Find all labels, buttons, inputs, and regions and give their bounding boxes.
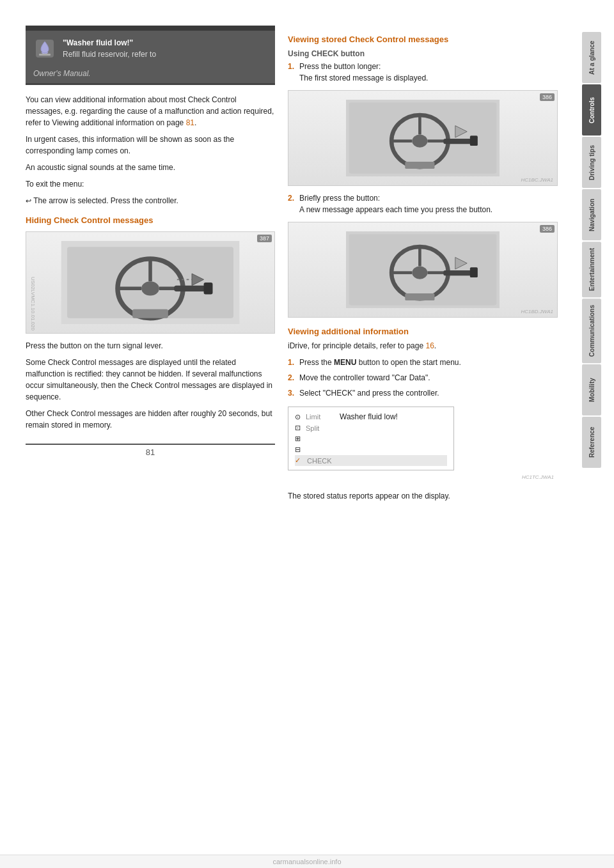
icon1: ⊞ bbox=[295, 435, 301, 443]
icon2: ⊟ bbox=[295, 446, 301, 454]
svg-rect-33 bbox=[470, 267, 478, 277]
limit-row: ⊙ Limit Washer fluid low! bbox=[295, 411, 447, 422]
footer-watermark: carmanualsonline.info bbox=[0, 855, 614, 868]
message-footer: Owner's Manual. bbox=[26, 66, 275, 83]
svg-point-5 bbox=[141, 281, 159, 295]
stored-text: The stored status reports appear on the … bbox=[288, 490, 558, 502]
some-messages-text: Some Check Control messages are displaye… bbox=[26, 357, 275, 403]
viewing-stored-heading: Viewing stored Check Control messages bbox=[288, 35, 558, 44]
svg-rect-22 bbox=[470, 136, 478, 146]
step-1: 1. Press the button longer: The first st… bbox=[288, 61, 558, 84]
press-button-text: Press the button on the turn signal leve… bbox=[26, 340, 275, 352]
step-2: 2. Briefly press the button: A new messa… bbox=[288, 192, 558, 215]
add-step2-content: Move the controller toward "Car Data". bbox=[299, 372, 430, 384]
add-step2-num: 2. bbox=[288, 372, 295, 384]
sidebar-tab-driving-tips[interactable]: Driving tips bbox=[582, 137, 601, 188]
svg-rect-10 bbox=[204, 283, 213, 295]
main-content: "Washer fluid low!" Refill fluid reservo… bbox=[0, 0, 614, 868]
add-step-2: 2. Move the controller toward "Car Data"… bbox=[288, 372, 558, 384]
right-column: Viewing stored Check Control messages Us… bbox=[288, 26, 558, 842]
add-step-3: 3. Select "CHECK" and press the controll… bbox=[288, 387, 558, 399]
step2-num: 2. bbox=[288, 192, 295, 215]
urgent-text: In urgent cases, this information will b… bbox=[26, 134, 275, 157]
hiding-car-image: 387 US02LVMC1.10.0 bbox=[26, 231, 275, 334]
message-top-bar bbox=[26, 26, 275, 31]
hiding-heading: Hiding Check Control messages bbox=[26, 215, 275, 225]
idrive-link[interactable]: 16 bbox=[425, 341, 434, 350]
split-icon: ⊡ bbox=[295, 424, 301, 432]
sidebar-tab-entertainment[interactable]: Entertainment bbox=[582, 242, 601, 297]
message-line2: Refill fluid reservoir, refer to bbox=[63, 49, 156, 60]
left-column: "Washer fluid low!" Refill fluid reservo… bbox=[26, 26, 275, 842]
other-messages-text: Other Check Control messages are hidden … bbox=[26, 408, 275, 431]
add-step1-content: Press the MENU button to open the start … bbox=[299, 357, 461, 368]
using-check-subheading: Using CHECK button bbox=[288, 49, 558, 58]
svg-rect-13 bbox=[132, 309, 168, 318]
page-number: 81 bbox=[26, 444, 275, 463]
watermark-right1: HC1BC.JWA1 bbox=[521, 177, 553, 183]
sidebar-tab-navigation[interactable]: Navigation bbox=[582, 189, 601, 240]
split-row: ⊡ Split bbox=[295, 422, 447, 433]
intro-link[interactable]: 81 bbox=[186, 118, 194, 127]
svg-rect-24 bbox=[405, 162, 434, 169]
sidebar-tab-reference[interactable]: Reference bbox=[582, 417, 601, 468]
message-text-area: "Washer fluid low!" Refill fluid reservo… bbox=[63, 37, 156, 60]
right-car-image-2: 386 HC1BD.JWA1 bbox=[288, 222, 558, 318]
display-badge: HC1TC.JWA1 bbox=[284, 474, 554, 480]
limit-label: Limit bbox=[306, 413, 335, 421]
message-title: "Washer fluid low!" bbox=[63, 37, 156, 49]
limit-icon: ⊙ bbox=[295, 413, 301, 421]
check-display-container: ⊙ Limit Washer fluid low! ⊡ Split ⊞ ⊟ ✓ … bbox=[288, 407, 558, 483]
add-step1-num: 1. bbox=[288, 357, 295, 368]
steps-list-1: 1. Press the button longer: The first st… bbox=[288, 61, 558, 84]
icon-row-2: ⊟ bbox=[295, 444, 447, 455]
step1-text: Press the button longer: The first store… bbox=[299, 61, 428, 84]
exit-menu-label: To exit the menu: bbox=[26, 178, 275, 190]
steps-list-2: 2. Briefly press the button: A new messa… bbox=[288, 192, 558, 215]
check-row: ✓ CHECK bbox=[295, 455, 447, 466]
sidebar-tab-mobility[interactable]: Mobility bbox=[582, 364, 601, 415]
message-box: "Washer fluid low!" Refill fluid reservo… bbox=[26, 31, 275, 66]
exit-menu-instruction: ↩ The arrow is selected. Press the contr… bbox=[26, 195, 275, 206]
owner-bar bbox=[26, 83, 275, 85]
check-display: ⊙ Limit Washer fluid low! ⊡ Split ⊞ ⊟ ✓ … bbox=[288, 407, 454, 470]
step2-text: Briefly press the button: A new message … bbox=[299, 192, 492, 215]
acoustic-text: An acoustic signal sounds at the same ti… bbox=[26, 162, 275, 173]
arrow-icon: ↩ bbox=[26, 197, 31, 205]
step1-num: 1. bbox=[288, 61, 295, 84]
intro-paragraph: You can view additional information abou… bbox=[26, 94, 275, 128]
watermark-left1: US02LVMC1.10.01.020 bbox=[30, 277, 36, 330]
image-badge-right1: 386 bbox=[540, 93, 555, 101]
add-step3-content: Select "CHECK" and press the controller. bbox=[299, 387, 439, 399]
idrive-text: iDrive, for principle details, refer to … bbox=[288, 340, 558, 352]
check-label: CHECK bbox=[307, 457, 336, 465]
sidebar-tab-communications[interactable]: Communications bbox=[582, 298, 601, 363]
menu-bold: MENU bbox=[334, 358, 356, 367]
svg-point-28 bbox=[412, 266, 427, 279]
right-car-image-1: 386 HC1BC.JWA1 bbox=[288, 90, 558, 186]
svg-rect-35 bbox=[405, 293, 434, 300]
washer-value: Washer fluid low! bbox=[340, 412, 398, 421]
icon-row-1: ⊞ bbox=[295, 433, 447, 444]
checkmark-icon: ✓ bbox=[295, 456, 301, 465]
split-label: Split bbox=[306, 424, 335, 432]
image-badge-right2: 386 bbox=[540, 225, 555, 233]
sidebar-tabs: At a glance Controls Driving tips Naviga… bbox=[571, 26, 601, 842]
sidebar-tab-at-a-glance[interactable]: At a glance bbox=[582, 32, 601, 83]
watermark-right2: HC1BD.JWA1 bbox=[521, 309, 553, 314]
add-step3-num: 3. bbox=[288, 387, 295, 399]
washer-icon bbox=[33, 37, 56, 60]
viewing-additional-heading: Viewing additional information bbox=[288, 327, 558, 336]
svg-point-17 bbox=[412, 134, 427, 147]
svg-rect-1 bbox=[39, 54, 51, 56]
add-step-1: 1. Press the MENU button to open the sta… bbox=[288, 357, 558, 368]
sidebar-tab-controls[interactable]: Controls bbox=[582, 84, 601, 136]
message-box-wrapper: "Washer fluid low!" Refill fluid reservo… bbox=[26, 26, 275, 85]
image-badge-left1: 387 bbox=[257, 235, 272, 242]
additional-steps-list: 1. Press the MENU button to open the sta… bbox=[288, 357, 558, 399]
